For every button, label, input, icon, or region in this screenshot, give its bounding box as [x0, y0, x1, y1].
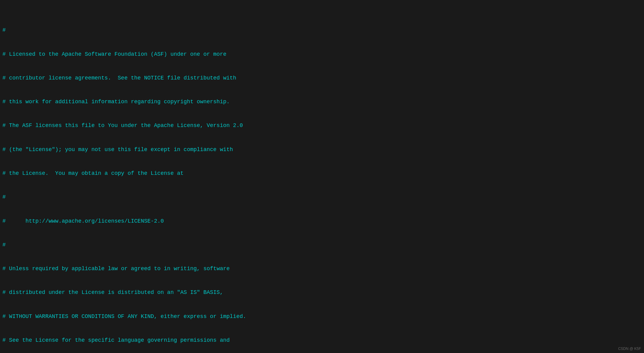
line-8: #: [2, 193, 644, 201]
watermark: CSDN @ K5F: [618, 346, 641, 351]
line-14: # See the License for the specific langu…: [2, 336, 644, 344]
line-10: #: [2, 241, 644, 249]
line-11: # Unless required by applicable law or a…: [2, 265, 644, 273]
line-7: # the License. You may obtain a copy of …: [2, 169, 644, 177]
line-13: # WITHOUT WARRANTIES OR CONDITIONS OF AN…: [2, 312, 644, 320]
line-6: # (the "License"); you may not use this …: [2, 146, 644, 154]
line-3: # contributor license agreements. See th…: [2, 74, 644, 82]
line-2: # Licensed to the Apache Software Founda…: [2, 50, 644, 58]
line-1: #: [2, 26, 644, 34]
code-editor: # # Licensed to the Apache Software Foun…: [2, 2, 644, 353]
line-5: # The ASF licenses this file to You unde…: [2, 122, 644, 129]
line-12: # distributed under the License is distr…: [2, 288, 644, 296]
line-4: # this work for additional information r…: [2, 98, 644, 106]
line-9: # http://www.apache.org/licenses/LICENSE…: [2, 217, 644, 225]
